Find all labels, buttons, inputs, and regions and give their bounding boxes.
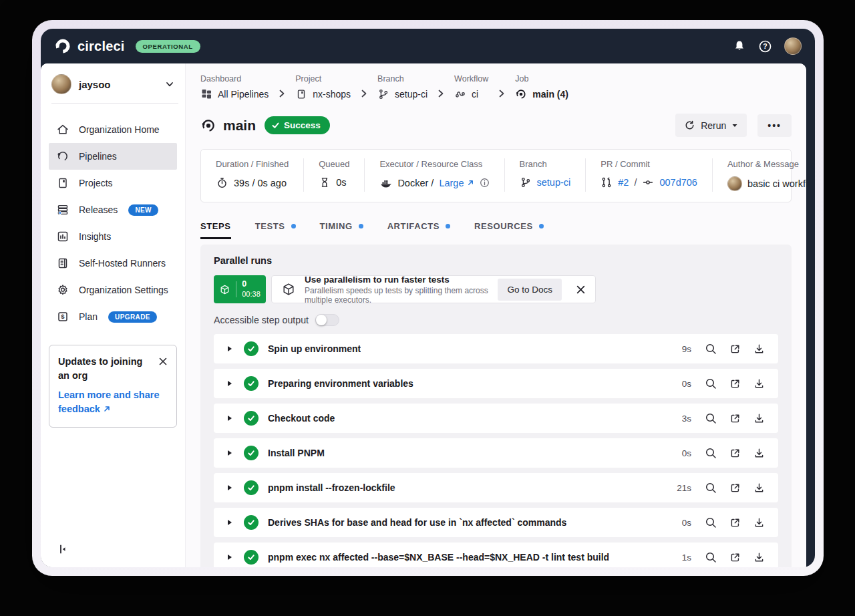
breadcrumb-separator <box>428 74 454 100</box>
status-operational-badge[interactable]: OPERATIONAL <box>136 40 200 53</box>
download-icon[interactable] <box>751 515 766 530</box>
step-row[interactable]: Install PNPM 0s <box>214 438 778 468</box>
step-row[interactable]: Checkout code 3s <box>214 404 778 433</box>
download-icon[interactable] <box>751 446 766 460</box>
breadcrumb-all-pipelines[interactable]: All Pipelines <box>200 88 269 100</box>
expand-caret-icon[interactable] <box>228 450 232 456</box>
resource-class-link[interactable]: Large <box>439 178 474 188</box>
success-check-icon <box>244 411 259 426</box>
success-check-icon <box>244 515 259 530</box>
sidebar-item-plan[interactable]: $ Plan UPGRADE <box>49 303 177 330</box>
expand-caret-icon[interactable] <box>228 555 232 560</box>
close-icon[interactable] <box>158 355 168 366</box>
breadcrumb-main-4[interactable]: main (4) <box>515 88 568 100</box>
circleci-logo[interactable]: circleci <box>54 37 125 55</box>
expand-caret-icon[interactable] <box>228 416 232 421</box>
download-icon[interactable] <box>751 341 766 356</box>
tab-resources[interactable]: RESOURCES <box>474 221 544 239</box>
step-duration: 3s <box>682 414 691 424</box>
open-in-new-icon[interactable] <box>727 480 742 495</box>
download-icon[interactable] <box>751 411 766 426</box>
search-icon[interactable] <box>703 550 718 565</box>
accessible-output-toggle[interactable] <box>315 314 339 326</box>
expand-caret-icon[interactable] <box>228 346 232 351</box>
expand-caret-icon[interactable] <box>228 520 232 525</box>
sidebar-item-pipelines[interactable]: Pipelines <box>49 143 177 170</box>
step-name: Derives SHAs for base and head for use i… <box>268 517 566 528</box>
step-row[interactable]: Derives SHAs for base and head for use i… <box>214 508 778 537</box>
go-to-docs-button[interactable]: Go to Docs <box>498 279 562 301</box>
branch-link[interactable]: setup-ci <box>537 177 571 188</box>
sidebar-item-label: Insights <box>79 231 111 242</box>
breadcrumb-setup-ci[interactable]: setup-ci <box>377 88 428 100</box>
org-switcher[interactable]: jaysoo <box>41 63 185 103</box>
search-icon[interactable] <box>703 515 718 530</box>
open-in-new-icon[interactable] <box>727 515 742 530</box>
tab-timing[interactable]: TIMING <box>320 221 363 239</box>
notifications-bell-icon[interactable] <box>733 39 746 53</box>
user-avatar[interactable] <box>784 37 802 55</box>
open-in-new-icon[interactable] <box>727 376 742 391</box>
breadcrumb-nx-shops[interactable]: nx-shops <box>295 88 351 100</box>
parallelism-banner: Use parallelism to run faster tests Para… <box>271 275 596 303</box>
commit-hash-link[interactable]: 007d706 <box>659 177 697 188</box>
tab-tests[interactable]: TESTS <box>255 221 296 239</box>
step-duration: 9s <box>682 344 691 354</box>
parallel-runs-row: 0 00:38 Use parallelism to r <box>214 275 778 303</box>
step-duration: 0s <box>682 379 691 389</box>
download-icon[interactable] <box>751 480 766 495</box>
open-in-new-icon[interactable] <box>727 411 742 426</box>
breadcrumb-separator <box>269 74 295 100</box>
step-name: Spin up environment <box>268 343 361 354</box>
tab-artifacts[interactable]: ARTIFACTS <box>387 221 450 239</box>
topbar-actions: ? <box>733 37 802 55</box>
updates-card-title: Updates to joining an org <box>58 355 153 383</box>
step-duration: 0s <box>682 518 691 528</box>
more-actions-button[interactable]: ••• <box>757 114 792 137</box>
sidebar-item-self-hosted-runners[interactable]: Self-Hosted Runners <box>49 250 177 277</box>
parallel-run-index: 0 <box>242 279 261 290</box>
breadcrumb-ci[interactable]: ci <box>454 88 488 100</box>
expand-caret-icon[interactable] <box>228 485 232 490</box>
runners-icon <box>56 257 69 270</box>
open-in-new-icon[interactable] <box>727 341 742 356</box>
sidebar-item-projects[interactable]: Projects <box>49 170 177 196</box>
projects-icon <box>56 176 69 190</box>
step-row[interactable]: pnpm install --frozen-lockfile 21s <box>214 473 778 502</box>
sidebar-item-insights[interactable]: Insights <box>49 223 177 250</box>
success-check-icon <box>244 376 259 391</box>
banner-subtitle: Parallelism speeds up tests by splitting… <box>305 286 489 305</box>
close-icon[interactable] <box>576 285 586 295</box>
download-icon[interactable] <box>751 550 766 565</box>
search-icon[interactable] <box>703 376 718 391</box>
help-icon[interactable]: ? <box>758 39 772 53</box>
updates-card-link[interactable]: Learn more and share feedback <box>58 388 168 416</box>
pr-number-link[interactable]: #2 <box>618 177 629 188</box>
sidebar-item-organization-settings[interactable]: Organization Settings <box>49 277 177 303</box>
insights-icon <box>56 230 69 243</box>
search-icon[interactable] <box>703 341 718 356</box>
step-name: Checkout code <box>268 413 335 424</box>
step-name: pnpm install --frozen-lockfile <box>268 482 395 493</box>
rerun-button[interactable]: Rerun <box>675 114 747 137</box>
breadcrumb-branch: Branch setup-ci <box>377 74 428 100</box>
breadcrumb-label: Project <box>295 74 351 84</box>
tab-steps[interactable]: STEPS <box>200 221 231 239</box>
step-row[interactable]: Spin up environment 9s <box>214 334 778 363</box>
sidebar-item-label: Pipelines <box>79 151 117 162</box>
step-row[interactable]: Preparing environment variables 0s <box>214 369 778 398</box>
sidebar-item-releases[interactable]: Releases NEW <box>49 196 177 223</box>
info-icon[interactable] <box>480 178 490 188</box>
sidebar-item-label: Releases <box>79 204 118 215</box>
collapse-sidebar-button[interactable] <box>57 542 71 557</box>
parallel-run-selector[interactable]: 0 00:38 <box>214 275 266 303</box>
download-icon[interactable] <box>751 376 766 391</box>
open-in-new-icon[interactable] <box>727 550 742 565</box>
search-icon[interactable] <box>703 411 718 426</box>
search-icon[interactable] <box>703 480 718 495</box>
expand-caret-icon[interactable] <box>228 381 232 386</box>
open-in-new-icon[interactable] <box>727 446 742 460</box>
search-icon[interactable] <box>703 446 718 460</box>
sidebar-item-organization-home[interactable]: Organization Home <box>49 116 177 143</box>
step-row[interactable]: pnpm exec nx affected --base=$NX_BASE --… <box>214 543 778 567</box>
